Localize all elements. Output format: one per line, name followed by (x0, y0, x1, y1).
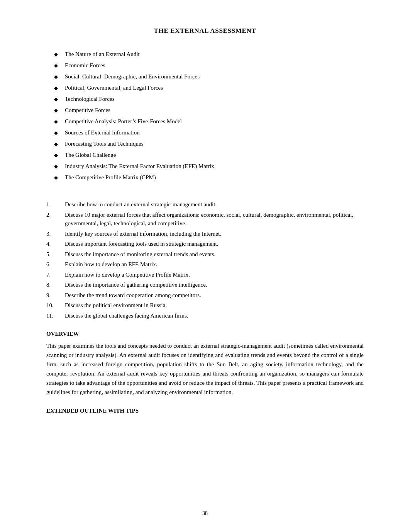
numbered-item-text: Discuss the global challenges facing Ame… (65, 311, 364, 320)
bullet-item: ◆Political, Governmental, and Legal Forc… (54, 84, 364, 92)
bullet-item-text: The Nature of an External Audit (65, 50, 140, 58)
extended-outline-title: EXTENDED OUTLINE WITH TIPS (46, 408, 364, 414)
diamond-icon: ◆ (54, 163, 58, 170)
numbered-item: 7.Explain how to develop a Competitive P… (46, 270, 364, 279)
numbered-item: 3.Identify key sources of external infor… (46, 229, 364, 238)
bullet-item-text: Industry Analysis: The External Factor E… (65, 162, 214, 170)
diamond-icon: ◆ (54, 107, 58, 114)
numbered-item-text: Discuss the political environment in Rus… (65, 301, 364, 310)
overview-text: This paper examines the tools and concep… (46, 341, 364, 397)
numbered-item-label: 5. (46, 250, 65, 259)
page: THE EXTERNAL ASSESSMENT ◆The Nature of a… (0, 0, 410, 532)
bullet-item-text: Technological Forces (65, 95, 115, 103)
bullet-item-text: Forecasting Tools and Techniques (65, 140, 144, 148)
bullet-item: ◆The Global Challenge (54, 151, 364, 159)
numbered-item-label: 4. (46, 240, 65, 248)
bullet-item-text: Political, Governmental, and Legal Force… (65, 84, 163, 92)
bullet-item: ◆Economic Forces (54, 61, 364, 70)
numbered-item: 5.Discuss the importance of monitoring e… (46, 250, 364, 259)
bullet-item-text: Competitive Forces (65, 106, 110, 114)
numbered-item-label: 11. (46, 311, 65, 320)
diamond-icon: ◆ (54, 174, 58, 181)
bullet-item-text: Sources of External Information (65, 129, 140, 137)
diamond-icon: ◆ (54, 51, 58, 58)
numbered-item: 4.Discuss important forecasting tools us… (46, 240, 364, 248)
numbered-item: 2.Discuss 10 major external forces that … (46, 211, 364, 228)
diamond-icon: ◆ (54, 73, 58, 80)
numbered-item-label: 7. (46, 270, 65, 279)
bullet-item-text: Competitive Analysis: Porter’s Five-Forc… (65, 117, 182, 126)
page-title: THE EXTERNAL ASSESSMENT (46, 27, 364, 35)
numbered-item-text: Discuss 10 major external forces that af… (65, 211, 364, 228)
bullet-item: ◆Forecasting Tools and Techniques (54, 140, 364, 148)
bullet-item: ◆Technological Forces (54, 95, 364, 103)
numbered-item-label: 2. (46, 211, 65, 219)
bullet-item-text: Economic Forces (65, 61, 105, 70)
overview-title: OVERVIEW (46, 331, 364, 337)
bullet-item-text: Social, Cultural, Demographic, and Envir… (65, 73, 200, 81)
bullet-item-text: The Competitive Profile Matrix (CPM) (65, 173, 156, 182)
numbered-list: 1.Describe how to conduct an external st… (46, 200, 364, 320)
diamond-icon: ◆ (54, 129, 58, 136)
numbered-item-text: Identify key sources of external informa… (65, 229, 364, 238)
numbered-item-label: 8. (46, 280, 65, 289)
bullet-item: ◆Social, Cultural, Demographic, and Envi… (54, 73, 364, 81)
diamond-icon: ◆ (54, 85, 58, 92)
numbered-item-label: 9. (46, 291, 65, 300)
numbered-item: 9.Describe the trend toward cooperation … (46, 291, 364, 300)
page-number: 38 (0, 510, 410, 517)
bullet-item: ◆Industry Analysis: The External Factor … (54, 162, 364, 170)
numbered-item-text: Explain how to develop a Competitive Pro… (65, 270, 364, 279)
bullet-item: ◆Sources of External Information (54, 129, 364, 137)
numbered-item-text: Discuss important forecasting tools used… (65, 240, 364, 248)
numbered-item-label: 3. (46, 229, 65, 238)
numbered-item: 1.Describe how to conduct an external st… (46, 200, 364, 209)
diamond-icon: ◆ (54, 152, 58, 159)
bullet-item-text: The Global Challenge (65, 151, 116, 159)
numbered-item-label: 1. (46, 200, 65, 209)
numbered-item: 11.Discuss the global challenges facing … (46, 311, 364, 320)
numbered-item-text: Describe how to conduct an external stra… (65, 200, 364, 209)
diamond-icon: ◆ (54, 118, 58, 125)
diamond-icon: ◆ (54, 141, 58, 148)
numbered-item-text: Discuss the importance of gathering comp… (65, 280, 364, 289)
numbered-item: 10.Discuss the political environment in … (46, 301, 364, 310)
diamond-icon: ◆ (54, 62, 58, 69)
numbered-item: 8.Discuss the importance of gathering co… (46, 280, 364, 289)
diamond-icon: ◆ (54, 96, 58, 103)
bullet-list: ◆The Nature of an External Audit◆Economi… (54, 50, 364, 182)
bullet-item: ◆Competitive Analysis: Porter’s Five-For… (54, 117, 364, 126)
numbered-item-text: Explain how to develop an EFE Matrix. (65, 260, 364, 269)
numbered-item: 6.Explain how to develop an EFE Matrix. (46, 260, 364, 269)
numbered-item-label: 6. (46, 260, 65, 269)
numbered-item-text: Discuss the importance of monitoring ext… (65, 250, 364, 259)
numbered-item-label: 10. (46, 301, 65, 310)
numbered-item-text: Describe the trend toward cooperation am… (65, 291, 364, 300)
bullet-item: ◆The Competitive Profile Matrix (CPM) (54, 173, 364, 182)
bullet-item: ◆Competitive Forces (54, 106, 364, 114)
bullet-item: ◆The Nature of an External Audit (54, 50, 364, 58)
